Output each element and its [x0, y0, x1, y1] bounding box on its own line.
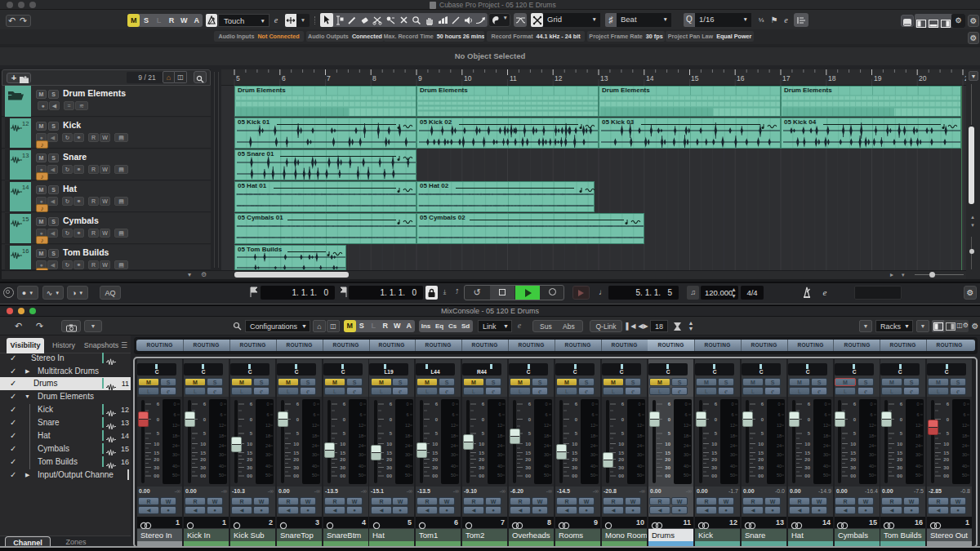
- svg-text:6: 6: [761, 402, 764, 407]
- svg-text:0: 0: [406, 402, 408, 407]
- svg-text:50: 50: [312, 473, 317, 478]
- svg-text:6: 6: [250, 402, 253, 407]
- svg-text:6: 6: [203, 402, 207, 407]
- svg-text:40: 40: [823, 464, 828, 469]
- svg-text:10: 10: [386, 442, 392, 447]
- svg-text:00: 00: [479, 473, 484, 478]
- svg-text:40: 40: [359, 464, 363, 469]
- svg-text:12: 12: [497, 423, 502, 428]
- svg-text:0: 0: [777, 402, 780, 407]
- svg-text:30: 30: [544, 452, 549, 457]
- svg-text:50: 50: [823, 473, 828, 478]
- svg-text:0: 0: [452, 402, 454, 407]
- svg-text:12: 12: [359, 423, 363, 428]
- svg-text:12: 12: [172, 423, 177, 428]
- svg-text:20: 20: [525, 457, 531, 462]
- svg-text:10: 10: [897, 442, 902, 447]
- svg-text:6: 6: [621, 402, 625, 407]
- svg-text:5: 5: [528, 431, 532, 436]
- svg-text:30: 30: [758, 465, 764, 470]
- svg-text:18: 18: [962, 433, 967, 438]
- svg-text:10: 10: [572, 442, 577, 447]
- svg-text:10: 10: [247, 442, 252, 447]
- svg-text:24: 24: [730, 443, 735, 448]
- svg-text:6: 6: [498, 412, 501, 417]
- svg-text:18: 18: [730, 433, 735, 438]
- svg-text:00: 00: [525, 473, 531, 478]
- svg-text:20: 20: [293, 457, 299, 462]
- svg-text:20: 20: [340, 457, 345, 462]
- svg-text:15: 15: [525, 451, 531, 455]
- svg-text:0: 0: [390, 417, 393, 422]
- svg-text:00: 00: [804, 473, 810, 478]
- svg-text:0: 0: [870, 402, 872, 407]
- svg-text:0: 0: [638, 402, 640, 407]
- svg-text:6: 6: [359, 412, 362, 417]
- svg-text:30: 30: [850, 465, 856, 470]
- svg-text:6: 6: [947, 402, 950, 407]
- svg-text:50: 50: [497, 473, 502, 478]
- svg-text:5: 5: [435, 431, 439, 436]
- svg-text:20: 20: [247, 457, 252, 462]
- svg-text:30: 30: [312, 452, 317, 457]
- svg-text:40: 40: [962, 464, 967, 469]
- svg-text:18: 18: [265, 433, 270, 438]
- svg-text:10: 10: [525, 442, 531, 447]
- svg-text:15: 15: [804, 451, 810, 455]
- svg-text:15: 15: [665, 451, 670, 455]
- svg-text:30: 30: [897, 465, 902, 470]
- svg-text:30: 30: [962, 452, 967, 457]
- svg-text:24: 24: [265, 443, 270, 448]
- svg-text:6: 6: [575, 402, 578, 407]
- svg-text:00: 00: [432, 473, 438, 478]
- svg-text:0: 0: [916, 402, 919, 407]
- svg-text:5: 5: [482, 431, 485, 436]
- svg-text:30: 30: [293, 465, 299, 470]
- svg-text:0: 0: [575, 417, 578, 422]
- svg-text:20: 20: [386, 457, 392, 462]
- svg-text:6: 6: [435, 402, 439, 407]
- svg-text:20: 20: [572, 457, 577, 462]
- svg-text:50: 50: [777, 473, 782, 478]
- svg-text:6: 6: [870, 412, 872, 417]
- svg-text:18: 18: [823, 433, 828, 438]
- svg-text:6: 6: [808, 402, 811, 407]
- svg-text:5: 5: [157, 431, 160, 436]
- svg-text:20: 20: [618, 457, 624, 462]
- svg-text:00: 00: [897, 473, 902, 478]
- svg-text:0: 0: [824, 402, 826, 407]
- svg-text:6: 6: [963, 412, 965, 417]
- svg-text:30: 30: [432, 465, 438, 470]
- svg-text:18: 18: [219, 433, 224, 438]
- svg-text:24: 24: [637, 443, 642, 448]
- svg-text:30: 30: [618, 465, 624, 470]
- svg-text:00: 00: [572, 473, 577, 478]
- svg-text:0: 0: [591, 402, 594, 407]
- svg-text:5: 5: [668, 431, 671, 436]
- svg-text:50: 50: [359, 473, 363, 478]
- svg-text:30: 30: [172, 452, 177, 457]
- svg-text:18: 18: [869, 433, 874, 438]
- svg-text:00: 00: [850, 473, 856, 478]
- svg-text:30: 30: [804, 465, 810, 470]
- svg-text:30: 30: [665, 465, 670, 470]
- svg-text:00: 00: [386, 473, 392, 478]
- svg-text:18: 18: [451, 433, 456, 438]
- svg-text:5: 5: [947, 431, 950, 436]
- svg-text:24: 24: [590, 443, 595, 448]
- svg-text:30: 30: [637, 452, 642, 457]
- svg-text:10: 10: [200, 442, 206, 447]
- svg-text:30: 30: [405, 452, 410, 457]
- svg-text:24: 24: [497, 443, 502, 448]
- svg-text:6: 6: [173, 412, 176, 417]
- svg-text:5: 5: [621, 431, 625, 436]
- svg-text:5: 5: [390, 431, 393, 436]
- svg-text:0: 0: [545, 402, 547, 407]
- svg-text:15: 15: [618, 451, 624, 455]
- svg-text:6: 6: [545, 412, 547, 417]
- svg-text:0: 0: [715, 417, 718, 422]
- svg-text:0: 0: [900, 417, 903, 422]
- svg-text:30: 30: [359, 452, 363, 457]
- svg-text:6: 6: [406, 412, 408, 417]
- svg-text:15: 15: [711, 451, 717, 455]
